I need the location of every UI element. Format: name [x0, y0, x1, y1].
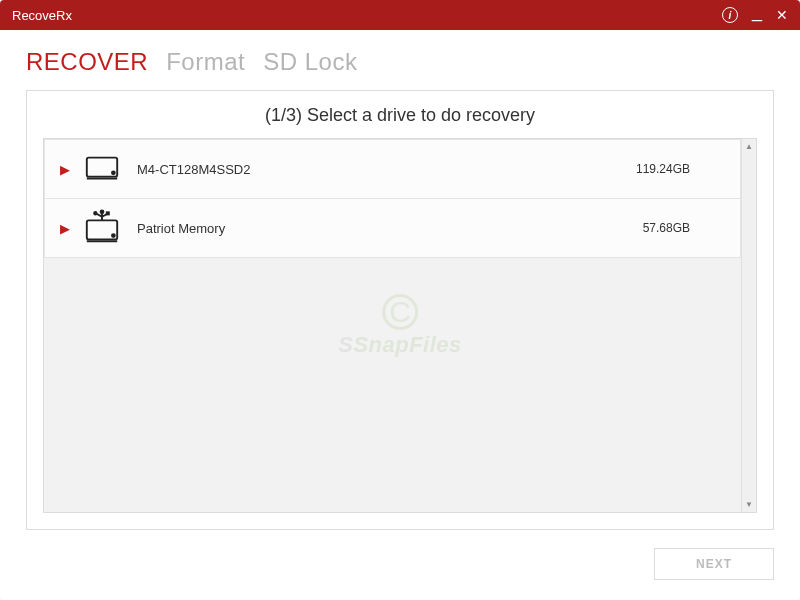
expand-arrow-icon[interactable]: ▶: [55, 221, 75, 236]
drive-size: 57.68GB: [643, 221, 720, 235]
scroll-up-icon[interactable]: ▲: [742, 139, 756, 154]
tab-format[interactable]: Format: [166, 48, 245, 76]
main-tabs: RECOVER Format SD Lock: [0, 30, 800, 80]
drive-size: 119.24GB: [636, 162, 720, 176]
tab-sdlock[interactable]: SD Lock: [263, 48, 357, 76]
svg-point-2: [112, 171, 115, 174]
drive-name: M4-CT128M4SSD2: [137, 162, 636, 177]
step-title: (1/3) Select a drive to do recovery: [27, 91, 773, 138]
drive-list: ▶ M4-CT128M4SSD2 119.24GB ▶: [44, 139, 741, 512]
scrollbar[interactable]: ▲ ▼: [741, 139, 756, 512]
usb-drive-icon: [81, 207, 123, 249]
content-panel: (1/3) Select a drive to do recovery ▶ M4…: [26, 90, 774, 530]
tab-recover[interactable]: RECOVER: [26, 48, 148, 76]
minimize-icon[interactable]: _: [752, 2, 762, 28]
next-button[interactable]: NEXT: [654, 548, 774, 580]
svg-rect-11: [107, 212, 109, 214]
ssd-drive-icon: [81, 148, 123, 190]
drive-name: Patriot Memory: [137, 221, 643, 236]
drive-list-wrapper: ▶ M4-CT128M4SSD2 119.24GB ▶: [43, 138, 757, 513]
app-window: RecoveRx i _ ✕ RECOVER Format SD Lock (1…: [0, 0, 800, 600]
titlebar-controls: i _ ✕: [722, 2, 788, 28]
app-title: RecoveRx: [12, 8, 72, 23]
svg-point-7: [101, 210, 104, 213]
close-icon[interactable]: ✕: [776, 7, 788, 23]
svg-point-5: [112, 234, 115, 237]
drive-row[interactable]: ▶ M4-CT128M4SSD2 119.24GB: [44, 139, 741, 199]
scroll-down-icon[interactable]: ▼: [742, 497, 756, 512]
expand-arrow-icon[interactable]: ▶: [55, 162, 75, 177]
info-icon[interactable]: i: [722, 7, 738, 23]
titlebar: RecoveRx i _ ✕: [0, 0, 800, 30]
svg-point-9: [94, 212, 96, 214]
drive-row[interactable]: ▶ Patri: [44, 198, 741, 258]
